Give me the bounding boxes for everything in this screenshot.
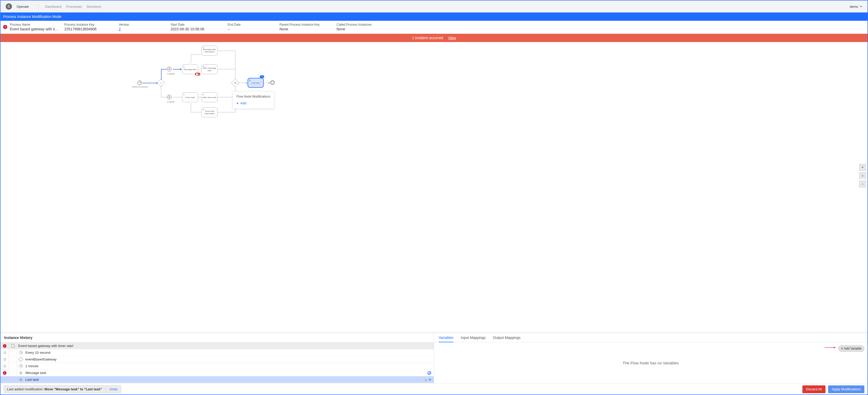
history-row[interactable]: ⊘eventBasedGateway <box>1 356 434 363</box>
bpmn-timer-event[interactable] <box>167 66 172 72</box>
diagram-canvas[interactable]: Every 10 second ⬠ 1 minute ⚙ <box>1 42 867 333</box>
zoom-out-button[interactable]: − <box>859 180 866 187</box>
clock-icon <box>19 350 23 355</box>
footer-bar: Last added modification: Move "Message t… <box>1 384 867 394</box>
error-icon: ! <box>3 344 6 348</box>
summary-end-date: End Date -- <box>228 23 274 31</box>
status-cell: ! <box>1 344 9 348</box>
bpmn-task-timer-interrupted[interactable]: ⚙ Timer task interrupted <box>202 108 218 117</box>
incident-banner: 1 Incident occurred View <box>1 34 867 42</box>
history-row[interactable]: !Event based gateway with timer start <box>1 343 434 349</box>
version-link[interactable]: 2 <box>119 27 121 31</box>
bpmn-incident-badge: ⬤1 <box>195 73 200 76</box>
tab-output-mappings[interactable]: Output Mappings <box>493 336 521 342</box>
flow-node-modifications-popover: Flow Node Modifications + Add <box>232 91 274 109</box>
bpmn-boundary-event[interactable] <box>189 62 192 65</box>
apply-modifications-button[interactable]: Apply Modifications <box>828 386 864 393</box>
bpmn-connector <box>173 69 181 69</box>
variables-panel: Variables Input Mappings Output Mappings… <box>434 333 867 384</box>
bpmn-task-after-timer[interactable]: ⚙ After timer task <box>202 92 218 102</box>
bottom-panel: Instance History !Event based gateway wi… <box>1 333 867 384</box>
process-summary: ! Process Name Event based gateway with … <box>1 21 867 34</box>
summary-instance-key: Process Instance Key 2251799813694906 <box>64 23 114 31</box>
node-type-icon <box>17 364 24 368</box>
instance-history-panel: Instance History !Event based gateway wi… <box>1 333 434 384</box>
gear-icon: ⚙ <box>203 47 204 49</box>
bpmn-connector <box>198 97 201 97</box>
last-modification-chip: Last added modification: Move "Message t… <box>4 386 121 393</box>
tab-variables[interactable]: Variables <box>439 336 454 342</box>
history-row[interactable]: ⊘Every 10 second <box>1 349 434 356</box>
tab-input-mappings[interactable]: Input Mappings <box>461 336 486 342</box>
annotation-arrow <box>825 347 834 348</box>
type-icon-cell <box>9 363 17 369</box>
history-row-label: 1 minute <box>24 364 431 368</box>
bpmn-end-event[interactable] <box>270 81 275 85</box>
history-row[interactable]: ⊘1 minute <box>1 363 434 370</box>
status-cell: ⊘ <box>1 350 9 355</box>
bpmn-task-after-msg[interactable]: ⚙ After message task <box>202 64 218 74</box>
bpmn-add-badge: +1 <box>260 75 264 78</box>
history-row[interactable]: !⚙Message task <box>1 370 434 376</box>
nav-dashboard[interactable]: Dashboard <box>45 5 62 8</box>
bpmn-task-msg-interrupted[interactable]: ⚙ Message task interrupted <box>202 46 218 56</box>
bpmn-task-last[interactable]: ⚙ Last task <box>248 78 264 88</box>
incident-view-link[interactable]: View <box>448 36 456 40</box>
bpmn-start-event[interactable] <box>137 81 142 85</box>
document-icon <box>11 344 15 348</box>
gear-icon: ⚙ <box>203 65 204 68</box>
plus-icon[interactable]: + <box>429 377 431 382</box>
status-cell: ⊘ <box>1 357 9 362</box>
undo-link[interactable]: Undo <box>110 387 118 391</box>
discard-all-button[interactable]: Discard All <box>802 386 826 393</box>
nav-decisions[interactable]: Decisions <box>87 5 101 8</box>
zoom-in-button[interactable]: + <box>859 172 866 179</box>
gear-icon: ⚙ <box>203 93 204 96</box>
bpmn-label-timer1: 1 minute <box>165 73 176 75</box>
arrow-icon <box>269 82 270 84</box>
modification-mode-banner: Process Instance Modification Mode <box>1 12 867 21</box>
add-modification-button[interactable]: + Add <box>237 101 270 105</box>
type-icon-cell <box>9 349 17 356</box>
add-variable-button[interactable]: + Add Variable <box>838 345 864 352</box>
bpmn-connector <box>191 112 201 112</box>
diamond-icon <box>19 357 23 362</box>
summary-parent-key: Parent Process Instance Key None <box>279 23 331 31</box>
summary-called-instances: Called Process Instances None <box>337 23 865 31</box>
check-icon: ⊘ <box>3 364 6 369</box>
incident-text: 1 Incident occurred <box>412 36 443 40</box>
incident-icon: ! <box>3 25 7 29</box>
bpmn-connector <box>235 69 236 80</box>
bpmn-connector <box>218 51 236 51</box>
gear-icon: ⚙ <box>249 79 251 82</box>
bpmn-connector <box>191 104 191 112</box>
bpmn-connector <box>143 83 157 83</box>
arrow-icon <box>180 68 182 70</box>
user-menu[interactable]: demo <box>849 5 862 8</box>
summary-start-date: Start Date 2022-09-30 10:56:06 <box>170 23 222 31</box>
check-icon: ⊘ <box>3 357 6 362</box>
bpmn-timer-event[interactable] <box>167 94 172 100</box>
zoom-controls: ⌖ + − <box>859 164 866 187</box>
reset-view-button[interactable]: ⌖ <box>859 164 866 171</box>
bpmn-connector <box>218 112 236 112</box>
crosshair-icon: ⌖ <box>862 165 864 169</box>
nav-processes[interactable]: Processes <box>66 5 82 8</box>
gear-icon: ⚙ <box>203 109 204 111</box>
gear-icon: ⚙ <box>19 377 23 382</box>
history-row-label: Message task <box>24 371 428 375</box>
check-icon: ⊘ <box>3 350 6 355</box>
bpmn-exclusive-gateway[interactable]: ✕ <box>231 79 239 87</box>
chevron-down-icon <box>860 6 862 7</box>
popover-title: Flow Node Modifications <box>237 95 270 98</box>
app-logo[interactable]: C <box>6 3 12 9</box>
gear-icon: ⚙ <box>183 65 185 68</box>
plus-icon: + <box>237 101 239 105</box>
node-type-icon <box>17 350 24 355</box>
status-cell: ⊘ <box>1 364 9 369</box>
clock-icon <box>19 364 23 368</box>
app-name: Operate <box>17 5 29 8</box>
history-row[interactable]: ⚙Last task▲+ <box>1 376 434 383</box>
bpmn-boundary-event[interactable] <box>189 101 192 104</box>
empty-variables-message: The Flow Node has no Variables <box>623 361 679 365</box>
